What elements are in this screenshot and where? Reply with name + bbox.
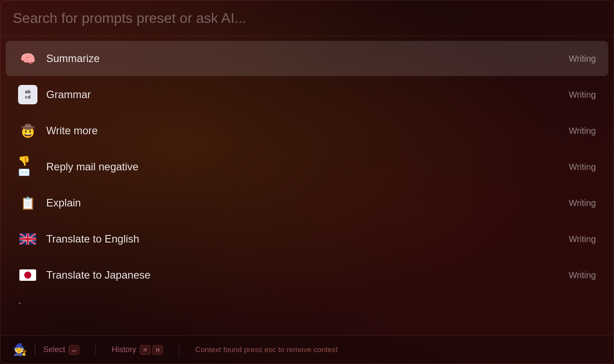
uk-flag-icon — [18, 229, 37, 249]
history-action[interactable]: History ⌘ H — [104, 345, 171, 355]
write-more-icon: 🤠 — [18, 121, 37, 140]
select-label: Select — [43, 345, 65, 354]
footer-divider-2 — [95, 344, 96, 356]
footer-wizard-icon: 🧙 — [13, 343, 27, 357]
list-item[interactable]: 👎✉️ Reply mail negative Writing — [6, 149, 608, 184]
list-item[interactable]: 🧠 Summarize Writing — [6, 41, 608, 76]
item-category: Writing — [569, 270, 596, 280]
select-key: ↵ — [69, 345, 79, 355]
svg-point-2 — [24, 272, 31, 279]
reply-mail-icon: 👎✉️ — [18, 157, 37, 176]
items-list: 🧠 Summarize Writing abcd Grammar Writing… — [0, 37, 614, 335]
item-category: Writing — [569, 126, 596, 136]
item-label: Write more — [46, 125, 569, 137]
item-label: Translate to English — [46, 233, 569, 245]
item-label: Translate to Japanese — [46, 269, 569, 281]
item-label: Reply mail negative — [46, 161, 569, 173]
history-key-cmd: ⌘ — [140, 345, 150, 355]
footer-divider-3 — [179, 344, 179, 356]
item-category: Writing — [569, 162, 596, 172]
item-category: Writing — [569, 90, 596, 100]
footer-left: 🧙 — [13, 343, 27, 357]
summarize-icon: 🧠 — [18, 49, 37, 68]
history-key-group: ⌘ H — [140, 345, 163, 355]
select-action[interactable]: Select ↵ — [43, 345, 87, 355]
list-item[interactable]: Translate to English Writing — [6, 221, 608, 257]
main-container: 🧠 Summarize Writing abcd Grammar Writing… — [0, 0, 614, 364]
footer: 🧙 Select ↵ History ⌘ H Context found pr — [0, 335, 614, 364]
item-label: Summarize — [46, 52, 569, 65]
footer-divider-1 — [35, 344, 35, 356]
more-indicator: - — [6, 294, 608, 312]
search-input[interactable] — [13, 10, 601, 26]
history-key-h: H — [152, 345, 163, 355]
search-bar — [0, 0, 614, 37]
select-key-group: ↵ — [69, 345, 79, 355]
context-info: Context found press esc to remove contex… — [187, 346, 345, 354]
jp-flag-icon — [18, 265, 37, 285]
grammar-icon: abcd — [18, 85, 37, 104]
item-category: Writing — [569, 54, 596, 64]
list-item[interactable]: abcd Grammar Writing — [6, 77, 608, 112]
item-category: Writing — [569, 234, 596, 244]
footer-actions: Select ↵ History ⌘ H Context found press… — [43, 344, 346, 356]
context-text: Context found press esc to remove contex… — [195, 346, 337, 354]
history-label: History — [111, 345, 136, 354]
list-item[interactable]: 📋 Explain Writing — [6, 185, 608, 221]
list-item[interactable]: 🤠 Write more Writing — [6, 113, 608, 148]
explain-icon: 📋 — [18, 193, 37, 213]
list-item[interactable]: Translate to Japanese Writing — [6, 257, 608, 293]
item-category: Writing — [569, 198, 596, 208]
item-label: Explain — [46, 197, 569, 209]
item-label: Grammar — [46, 88, 569, 101]
